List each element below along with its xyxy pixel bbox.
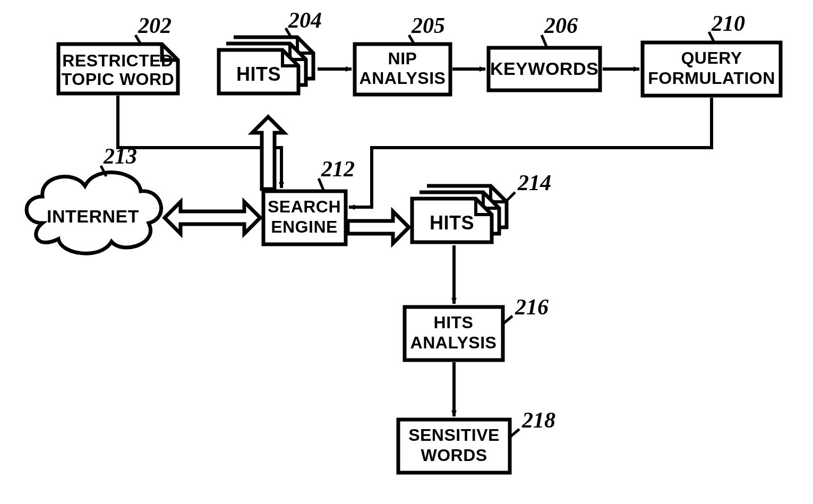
node-hits-analysis: HITS ANALYSIS 216 xyxy=(405,295,549,360)
keywords-label: KEYWORDS xyxy=(490,58,598,79)
nip-label-bottom: ANALYSIS xyxy=(360,69,446,88)
query-label-top: QUERY xyxy=(681,48,742,67)
ref-216: 216 xyxy=(515,295,549,319)
hits-analysis-label-bottom: ANALYSIS xyxy=(410,333,497,352)
internet-label: INTERNET xyxy=(47,206,139,226)
block-arrow-search-to-hits-top xyxy=(252,117,284,189)
block-arrow-internet-search xyxy=(165,202,260,234)
query-label-bottom: FORMULATION xyxy=(648,69,775,88)
hits-right-label: HITS xyxy=(430,212,474,234)
ref-205: 205 xyxy=(411,13,445,38)
sensitive-label-bottom: WORDS xyxy=(421,446,487,465)
node-restricted-topic: RESTRICTED TOPIC WORD 202 xyxy=(58,13,178,93)
restricted-topic-label-bottom: TOPIC WORD xyxy=(62,70,174,89)
ref-214: 214 xyxy=(517,170,551,195)
flow-diagram: RESTRICTED TOPIC WORD 202 HITS 204 NIP A… xyxy=(0,0,813,504)
ref-218: 218 xyxy=(521,408,555,432)
restricted-topic-label-top: RESTRICTED xyxy=(62,51,173,70)
ref-206: 206 xyxy=(544,13,578,38)
hits-top-label: HITS xyxy=(236,63,281,85)
nip-label-top: NIP xyxy=(388,49,417,68)
block-arrow-search-to-hits-right xyxy=(348,211,409,243)
node-nip-analysis: NIP ANALYSIS 205 xyxy=(355,13,450,95)
sensitive-label-top: SENSITIVE xyxy=(408,425,500,445)
search-label-top: SEARCH xyxy=(268,197,341,216)
node-search-engine: SEARCH ENGINE 212 xyxy=(263,157,355,244)
node-keywords: KEYWORDS 206 xyxy=(489,13,600,90)
arrow-restricted-to-search xyxy=(118,96,281,188)
node-hits-top: HITS 204 xyxy=(219,8,322,93)
node-sensitive-words: SENSITIVE WORDS 218 xyxy=(398,408,555,473)
ref-202: 202 xyxy=(138,13,172,38)
node-query-formulation: QUERY FORMULATION 210 xyxy=(643,11,781,96)
node-hits-right: HITS 214 xyxy=(412,170,551,242)
node-internet: INTERNET 213 xyxy=(27,144,161,253)
ref-212: 212 xyxy=(321,157,355,181)
search-label-bottom: ENGINE xyxy=(271,217,338,236)
ref-210: 210 xyxy=(711,11,745,36)
hits-analysis-label-top: HITS xyxy=(434,313,474,332)
ref-204: 204 xyxy=(288,8,322,32)
